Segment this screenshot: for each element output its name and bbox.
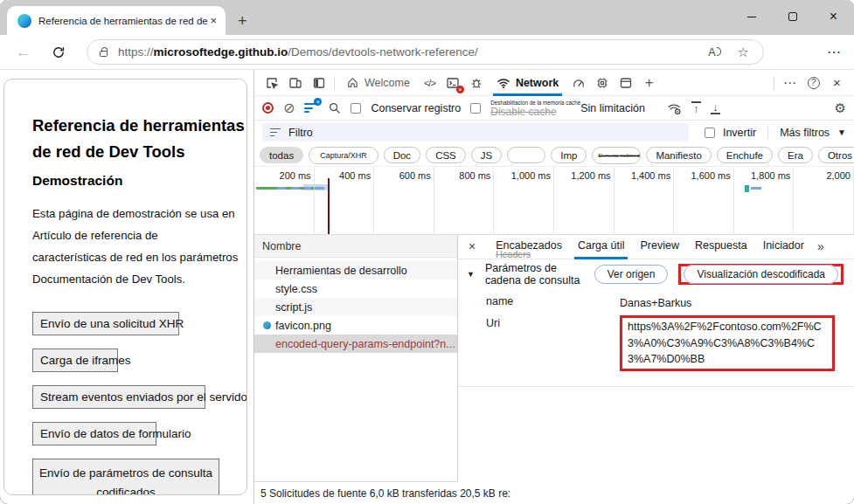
- server-sent-events-button[interactable]: Stream eventos enviados por el servidor: [32, 385, 205, 409]
- encoded-query-params-button[interactable]: Envío de parámetros de consulta codifica…: [32, 459, 219, 495]
- search-icon[interactable]: [328, 101, 341, 114]
- network-settings-gear-icon[interactable]: ⚙: [835, 100, 846, 116]
- console-icon[interactable]: ×: [441, 71, 465, 95]
- param-value: Danas+Barkus: [620, 295, 835, 312]
- request-row[interactable]: script.js: [254, 298, 457, 316]
- more-filters-dropdown[interactable]: Más filtros: [780, 127, 830, 139]
- favicon-icon: [263, 321, 271, 329]
- chip-other[interactable]: Otros: [818, 147, 854, 163]
- close-details-icon[interactable]: ×: [469, 239, 476, 253]
- maximize-button[interactable]: [772, 0, 813, 33]
- more-tools-plus-icon[interactable]: +: [637, 71, 661, 95]
- request-row[interactable]: style.css: [254, 280, 457, 298]
- view-source-button[interactable]: Ver origen: [594, 265, 669, 284]
- import-har-icon[interactable]: ↑: [691, 101, 701, 114]
- request-row[interactable]: Herramientas de desarrollo: [254, 261, 457, 280]
- favorites-star-icon[interactable]: ☆: [738, 45, 749, 60]
- name-column-header[interactable]: Nombre: [254, 235, 457, 258]
- console-error-badge: ×: [456, 86, 464, 93]
- browser-tab[interactable]: Referencia de herramientas de red de Dev…: [7, 6, 226, 35]
- request-row[interactable]: favicon.png: [254, 316, 457, 335]
- chip-socket[interactable]: Enchufe: [717, 147, 773, 163]
- edge-logo-icon: [17, 14, 31, 28]
- minimize-button[interactable]: [731, 0, 772, 33]
- xhr-request-button[interactable]: Envío de una solicitud XHR: [32, 312, 179, 335]
- invert-checkbox[interactable]: [705, 128, 715, 138]
- throttling-dropdown[interactable]: Sin limitación: [580, 102, 645, 114]
- page-content: Referencia de herramientas de red de Dev…: [3, 79, 247, 495]
- more-tabs-chevron-icon[interactable]: »: [817, 235, 824, 253]
- tab-preview[interactable]: Preview: [632, 235, 686, 259]
- chip-media[interactable]: Elemento multimedia: [592, 147, 641, 164]
- tab-initiator[interactable]: Iniciador: [755, 235, 812, 259]
- devtools-panel: Welcome </> × Network: [253, 70, 854, 504]
- param-value-highlighted: https%3A%2F%2Fcontoso.com%2F%C3%A0%C3%A9…: [620, 315, 835, 371]
- export-har-icon[interactable]: ↓: [711, 101, 720, 114]
- preserve-log-checkbox[interactable]: [351, 103, 361, 114]
- chip-css[interactable]: CSS: [426, 147, 466, 163]
- tab-welcome[interactable]: Welcome: [338, 70, 418, 96]
- performance-gauge-icon[interactable]: [566, 71, 590, 95]
- form-data-button[interactable]: Envío de datos de formulario: [32, 422, 156, 445]
- close-window-button[interactable]: ×: [813, 0, 854, 33]
- network-main-area: Nombre Herramientas de desarrollo style.…: [254, 235, 854, 482]
- network-conditions-icon[interactable]: [667, 101, 682, 115]
- tab-network[interactable]: Network: [489, 70, 566, 96]
- browser-window: Referencia de herramientas de red de Dev…: [0, 0, 854, 504]
- read-aloud-icon[interactable]: A: [708, 46, 715, 59]
- page-paragraph: Esta página de demostración se usa en Ar…: [32, 203, 247, 290]
- chip-js[interactable]: JS: [471, 147, 502, 163]
- filter-toggle-icon[interactable]: ×: [304, 102, 318, 114]
- address-bar[interactable]: https://microsoftedge.github.io/Demos/de…: [87, 39, 764, 65]
- filter-chips-row: todas Captura/XHR Doc CSS JS Imp Element…: [254, 144, 854, 167]
- help-icon[interactable]: ?: [802, 71, 825, 95]
- section-caret-icon[interactable]: ▼: [467, 270, 475, 279]
- tab-close-icon[interactable]: ×: [208, 14, 219, 27]
- tab-title: Referencia de herramientas de red de Dev…: [38, 16, 208, 26]
- chip-wasm[interactable]: Era: [778, 147, 813, 163]
- tab-payload[interactable]: Carga útil: [570, 235, 633, 259]
- chip-doc[interactable]: Doc: [384, 147, 420, 163]
- view-decoded-button[interactable]: Visualización descodificada: [684, 265, 838, 284]
- param-key: name: [458, 295, 620, 312]
- memory-chip-icon[interactable]: [590, 71, 614, 95]
- request-row-selected[interactable]: encoded-query-params-endpoint?n...: [254, 335, 457, 353]
- details-tab-bar: × Encabezados Headers Carga útil Preview…: [458, 235, 854, 259]
- devtools-menu-icon[interactable]: ⋯: [778, 71, 802, 95]
- clear-icon[interactable]: ⊘: [283, 101, 295, 115]
- device-emulation-icon[interactable]: [283, 71, 307, 95]
- close-devtools-icon[interactable]: ×: [825, 71, 849, 95]
- new-tab-button[interactable]: +: [238, 13, 247, 29]
- url-text: https://microsoftedge.github.io/Demos/de…: [118, 45, 478, 59]
- query-params-table: name Danas+Barkus Uri https%3A%2F%2Fcont…: [458, 289, 854, 387]
- back-arrow-icon[interactable]: ←: [16, 44, 31, 61]
- issues-bug-icon[interactable]: [465, 71, 489, 95]
- application-icon[interactable]: [614, 71, 637, 95]
- filter-input[interactable]: Filtro: [262, 123, 689, 142]
- refresh-icon[interactable]: [52, 45, 66, 59]
- chip-fetch-xhr[interactable]: Captura/XHR: [309, 147, 378, 164]
- request-list: Nombre Herramientas de desarrollo style.…: [254, 235, 458, 482]
- load-iframe-button[interactable]: Carga de iframes: [32, 349, 118, 372]
- tab-response[interactable]: Respuesta: [687, 235, 755, 259]
- inspect-icon[interactable]: [260, 71, 283, 95]
- chip-img[interactable]: Imp: [551, 147, 587, 163]
- invert-label: Invertir: [723, 127, 756, 139]
- tab-headers[interactable]: Encabezados Headers: [488, 235, 570, 259]
- chip-all[interactable]: todas: [260, 147, 303, 163]
- dock-side-icon[interactable]: [307, 71, 330, 95]
- waterfall-teal-bar: [745, 185, 749, 192]
- chevron-down-icon[interactable]: ▼: [837, 128, 846, 137]
- lock-icon: [100, 51, 108, 57]
- network-wifi-icon: [496, 76, 510, 90]
- disable-cache-checkbox[interactable]: [470, 103, 481, 114]
- network-timeline-overview[interactable]: 200 ms 400 ms 600 ms 800 ms 1,000 ms 1,2…: [254, 167, 854, 235]
- chip-font[interactable]: [507, 147, 545, 163]
- filter-placeholder: Filtro: [288, 127, 313, 139]
- chip-manifest[interactable]: Manifiesto: [646, 147, 711, 163]
- record-button[interactable]: [262, 102, 274, 114]
- sources-icon[interactable]: </>: [418, 71, 441, 95]
- devtools-tab-bar: Welcome </> × Network: [254, 70, 854, 96]
- query-string-section: ▼ Parámetros de cadena de consulta Ver o…: [458, 259, 854, 289]
- browser-menu-icon[interactable]: ⋯: [827, 44, 842, 60]
